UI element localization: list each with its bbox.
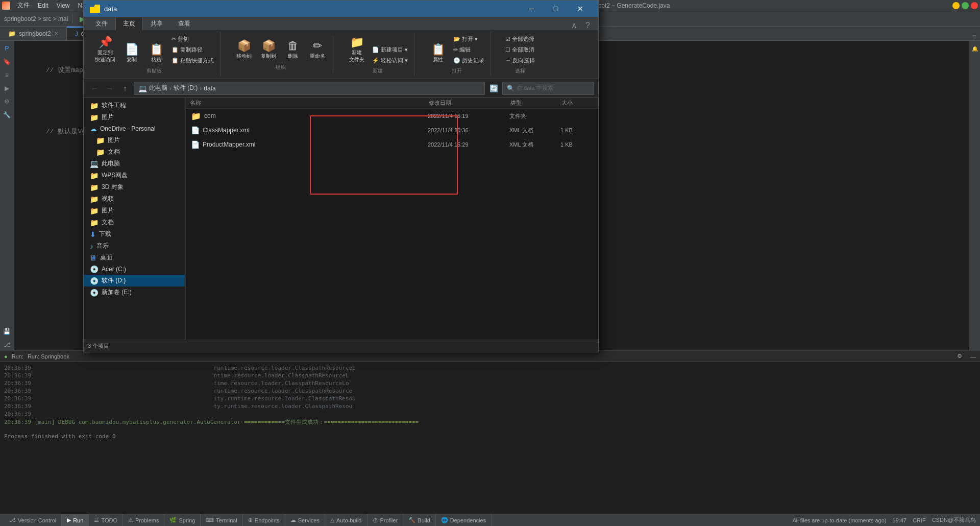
tree-drive-d[interactable]: 💿 软件 (D:) — [84, 275, 185, 286]
status-tab-dependencies[interactable]: 🌐 Dependencies — [436, 514, 492, 527]
status-tab-terminal[interactable]: ⌨ Terminal — [201, 514, 243, 527]
tree-documents-od[interactable]: 📁 文档 — [84, 146, 185, 158]
status-tab-build[interactable]: 🔨 Build — [403, 514, 435, 527]
copy-to-button[interactable]: 📦 复制到 — [257, 38, 280, 62]
sidebar-run-icon[interactable]: ▶ — [2, 83, 13, 94]
paste-button[interactable]: 📋 粘贴 — [145, 42, 167, 65]
refresh-button[interactable]: 🔄 — [487, 82, 500, 95]
file-row-classmapper[interactable]: 📄 ClassMapper.xml 2022/11/4 20:36 XML 文档… — [186, 123, 598, 137]
nav-forward-button[interactable]: → — [103, 82, 116, 95]
ribbon-tab-home[interactable]: 主页 — [115, 17, 143, 30]
ribbon-help-icon[interactable]: ? — [581, 21, 594, 30]
invert-select-button[interactable]: ↔ 反向选择 — [503, 56, 537, 65]
sidebar-database-icon[interactable]: 💾 — [2, 326, 13, 337]
notification-icon[interactable]: 🔔 — [969, 43, 981, 54]
address-bar[interactable]: 💻 此电脑 › 软件 (D:) › data — [134, 82, 485, 95]
address-drive[interactable]: 软件 (D:) — [174, 84, 198, 92]
history-button[interactable]: 🕒 历史记录 — [451, 56, 486, 65]
run-output[interactable]: 20:36:39 runtime.resource.loader.Classpa… — [0, 362, 980, 514]
tree-documents-pc[interactable]: 📁 文档 — [84, 217, 185, 228]
tree-software-engineering[interactable]: 📁 软件工程 — [84, 100, 185, 111]
tree-3d[interactable]: 📁 3D 对象 — [84, 181, 185, 193]
tree-drive-c[interactable]: 💿 Acer (C:) — [84, 264, 185, 275]
status-tab-spring[interactable]: 🌿 Spring — [164, 514, 201, 527]
tree-onedrive[interactable]: ☁ OneDrive - Personal — [84, 123, 185, 134]
nav-up-button[interactable]: ↑ — [118, 82, 132, 95]
tab-menu-button[interactable]: ≡ — [972, 33, 976, 40]
menu-file[interactable]: 文件 — [13, 0, 34, 11]
tree-pictures-pc[interactable]: 📁 图片 — [84, 205, 185, 217]
minimize-button[interactable]: — — [952, 2, 960, 9]
sidebar-structure-icon[interactable]: ≡ — [2, 69, 13, 81]
run-close-icon[interactable]: — — [970, 353, 976, 360]
tree-pictures-1[interactable]: 📁 图片 — [84, 111, 185, 123]
notification-sidebar: 🔔 — [969, 41, 980, 350]
sidebar-project-icon[interactable]: P — [2, 43, 13, 54]
open-button[interactable]: 📂 打开 ▾ — [451, 34, 486, 44]
menu-edit[interactable]: Edit — [34, 1, 53, 10]
terminal-icon: ⌨ — [206, 517, 214, 523]
delete-button[interactable]: 🗑 删除 — [282, 38, 304, 62]
col-date[interactable]: 修改日期 — [425, 99, 506, 107]
paste-shortcut-button[interactable]: 📋 粘贴快捷方式 — [169, 56, 216, 65]
copy-button[interactable]: 📄 复制 — [120, 42, 143, 65]
select-all-button[interactable]: ☑ 全部选择 — [503, 34, 537, 44]
copy-path-button[interactable]: 📋 复制路径 — [169, 45, 216, 55]
easy-access-button[interactable]: ⚡ 轻松访问 ▾ — [370, 56, 410, 65]
nav-back-button[interactable]: ← — [88, 82, 101, 95]
status-tab-problems[interactable]: ⚠ Problems — [123, 514, 164, 527]
new-item-button[interactable]: 📄 新建项目 ▾ — [370, 45, 410, 55]
pin-button[interactable]: 📌 固定到快速访问 — [92, 35, 118, 65]
tree-video[interactable]: 📁 视频 — [84, 193, 185, 205]
move-to-button[interactable]: 📦 移动到 — [233, 38, 255, 62]
close-button[interactable]: ✕ — [971, 2, 978, 9]
tab-springboot2[interactable]: 📁 springboot2 ✕ — [0, 27, 67, 40]
deselect-all-button[interactable]: ☐ 全部取消 — [503, 45, 537, 55]
tree-desktop[interactable]: 🖥 桌面 — [84, 252, 185, 264]
status-tab-services[interactable]: ☁ Services — [285, 514, 325, 527]
music-icon: ♪ — [90, 242, 93, 250]
rename-button[interactable]: ✏ 重命名 — [306, 38, 329, 62]
sidebar-bookmark-icon[interactable]: 🔖 — [2, 56, 13, 67]
search-bar[interactable]: 🔍 在 data 中搜索 — [502, 82, 594, 95]
col-type[interactable]: 类型 — [506, 99, 557, 107]
address-folder[interactable]: data — [204, 85, 215, 92]
run-settings-icon[interactable]: ⚙ — [957, 353, 962, 360]
status-tab-endpoints[interactable]: ⊕ Endpoints — [243, 514, 285, 527]
file-row-com[interactable]: 📁 com 2022/11/4 15:19 文件夹 — [186, 109, 598, 123]
tree-downloads[interactable]: ⬇ 下载 — [84, 228, 185, 240]
status-tab-profiler[interactable]: ⏱ Profiler — [368, 514, 404, 527]
edit-file-button[interactable]: ✏ 编辑 — [451, 45, 486, 55]
sidebar-tool-icon[interactable]: 🔧 — [2, 109, 13, 121]
sidebar-settings-icon[interactable]: ⚙ — [2, 96, 13, 107]
explorer-minimize[interactable]: ─ — [520, 1, 543, 17]
properties-button[interactable]: 📋 属性 — [427, 42, 449, 65]
file-row-productmapper[interactable]: 📄 ProductMapper.xml 2022/11/4 15:29 XML … — [186, 137, 598, 152]
address-this-pc[interactable]: 此电脑 — [149, 84, 167, 92]
maximize-button[interactable]: □ — [962, 2, 969, 9]
status-tab-run[interactable]: ▶ Run — [62, 514, 89, 527]
tab-project-close[interactable]: ✕ — [54, 31, 58, 36]
tree-pictures-od[interactable]: 📁 图片 — [84, 134, 185, 146]
col-size[interactable]: 大小 — [557, 99, 598, 107]
ribbon-tab-file[interactable]: 文件 — [88, 17, 115, 30]
folder-icon-1: 📁 — [90, 102, 99, 110]
tree-this-pc[interactable]: 💻 此电脑 — [84, 158, 185, 170]
explorer-close[interactable]: ✕ — [569, 1, 592, 17]
status-tab-autobuild[interactable]: △ Auto-build — [325, 514, 368, 527]
sidebar-git-icon[interactable]: ⎇ — [2, 339, 13, 350]
tree-wps[interactable]: 📁 WPS网盘 — [84, 170, 185, 181]
status-tab-versioncontrol[interactable]: ⎇ Version Control — [4, 514, 62, 527]
tree-drive-e[interactable]: 💿 新加卷 (E:) — [84, 286, 185, 298]
new-folder-button[interactable]: 📁 新建文件夹 — [346, 35, 368, 65]
ribbon-tab-share[interactable]: 共享 — [143, 17, 170, 30]
menu-view[interactable]: View — [53, 1, 74, 10]
ribbon-collapse-icon[interactable]: ∧ — [567, 20, 581, 30]
tree-music[interactable]: ♪ 音乐 — [84, 240, 185, 252]
ribbon-tab-view[interactable]: 查看 — [170, 17, 198, 30]
cut-button[interactable]: ✂ 剪切 — [169, 34, 216, 44]
explorer-maximize[interactable]: □ — [544, 1, 568, 17]
col-name[interactable]: 名称 — [186, 99, 425, 107]
status-tab-todo[interactable]: ☰ TODO — [89, 514, 123, 527]
tab-actions: ≡ — [968, 33, 980, 40]
